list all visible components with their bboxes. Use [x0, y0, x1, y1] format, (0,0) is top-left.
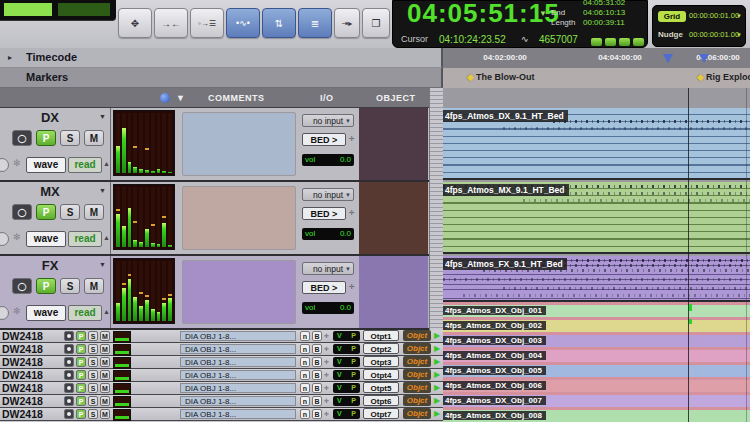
mute-button[interactable]: M: [100, 396, 110, 406]
transport-mini-icon[interactable]: [619, 38, 630, 46]
comments-box[interactable]: [182, 260, 296, 324]
automation-mode-button[interactable]: read: [68, 305, 102, 321]
narrow-button[interactable]: n: [300, 344, 310, 354]
comments-box[interactable]: [182, 186, 296, 250]
plus-icon[interactable]: ✛: [349, 135, 355, 143]
narrow-button[interactable]: n: [300, 409, 310, 419]
record-arm-button[interactable]: ◯: [12, 278, 32, 294]
mute-button[interactable]: M: [100, 331, 110, 341]
bypass-button[interactable]: B: [312, 331, 322, 341]
object-mode-button[interactable]: Objct: [403, 343, 431, 354]
transport-mini-icon[interactable]: [633, 38, 644, 46]
link-icon[interactable]: [160, 93, 170, 103]
record-arm-button[interactable]: [64, 370, 74, 380]
comments-box[interactable]: DIA OBJ 1-8...: [180, 357, 296, 367]
plus-icon[interactable]: ✛: [349, 209, 355, 217]
mute-button[interactable]: M: [84, 204, 104, 220]
solo-button[interactable]: S: [88, 396, 98, 406]
comments-box[interactable]: DIA OBJ 1-8...: [180, 331, 296, 341]
narrow-button[interactable]: n: [300, 370, 310, 380]
narrow-button[interactable]: n: [300, 383, 310, 393]
clip-mx-bed[interactable]: 4fps_Atmos_MX_9.1_HT_Bed: [443, 182, 750, 254]
link-timeline-edit-button[interactable]: ❐: [362, 8, 390, 38]
object-mode-button[interactable]: Objct: [403, 369, 431, 380]
marker-item[interactable]: ◆The Blow-Out: [467, 72, 534, 82]
record-arm-button[interactable]: [64, 409, 74, 419]
volume-display[interactable]: vol0.0: [302, 302, 354, 314]
vol-pan-display[interactable]: VP: [333, 370, 360, 380]
bypass-button[interactable]: B: [312, 409, 322, 419]
trim-converge-button[interactable]: →←: [154, 8, 188, 38]
track-name[interactable]: DW2418: [2, 369, 43, 381]
nudge-value[interactable]: 00:00:00:01.00: [689, 30, 739, 39]
playhead-icon[interactable]: [699, 54, 709, 63]
volume-display[interactable]: vol0.0: [302, 228, 354, 240]
vol-pan-display[interactable]: VP: [333, 357, 360, 367]
input-monitor-button[interactable]: P: [36, 278, 56, 294]
object-mode-button[interactable]: Objct: [403, 395, 431, 406]
bypass-button[interactable]: B: [312, 383, 322, 393]
input-monitor-button[interactable]: P: [76, 409, 86, 419]
mute-button[interactable]: M: [100, 357, 110, 367]
chevron-down-icon[interactable]: ▼: [99, 187, 106, 194]
output-selector[interactable]: Otpt7: [363, 408, 399, 419]
mute-button[interactable]: M: [84, 130, 104, 146]
grid-dropdown-icon[interactable]: ▼: [736, 13, 742, 19]
track-name[interactable]: DW2418: [2, 395, 43, 407]
tab-to-transients-button[interactable]: •∿•: [226, 8, 260, 38]
track-name[interactable]: DW2418: [2, 356, 43, 368]
track-option-button[interactable]: [0, 158, 9, 172]
input-monitor-button[interactable]: P: [76, 357, 86, 367]
input-monitor-button[interactable]: P: [76, 370, 86, 380]
plus-icon[interactable]: ✛: [324, 332, 329, 339]
object-cell[interactable]: [359, 108, 428, 180]
input-monitor-button[interactable]: P: [76, 396, 86, 406]
comments-box[interactable]: DIA OBJ 1-8...: [180, 383, 296, 393]
solo-button[interactable]: S: [88, 370, 98, 380]
track-name[interactable]: DW2418: [2, 382, 43, 394]
narrow-button[interactable]: n: [300, 331, 310, 341]
narrow-button[interactable]: n: [300, 357, 310, 367]
output-selector[interactable]: Otpt6: [363, 395, 399, 406]
bypass-button[interactable]: B: [312, 396, 322, 406]
mute-button[interactable]: M: [100, 409, 110, 419]
chevron-down-icon[interactable]: ▼: [99, 261, 106, 268]
bypass-button[interactable]: B: [312, 357, 322, 367]
track-scroll-strip[interactable]: [429, 88, 443, 330]
record-arm-button[interactable]: [64, 344, 74, 354]
vol-pan-display[interactable]: VP: [333, 331, 360, 341]
clip-object-row[interactable]: 4fps_Atmos_DX_Obj_004: [443, 347, 750, 362]
vol-pan-display[interactable]: VP: [333, 409, 360, 419]
chevron-down-icon[interactable]: ▼: [99, 113, 106, 120]
track-view-button[interactable]: wave: [26, 157, 66, 173]
track-name[interactable]: DX: [0, 110, 100, 125]
output-selector[interactable]: BED >: [302, 133, 346, 146]
timeline-selection-start-icon[interactable]: [663, 54, 673, 63]
plus-icon[interactable]: ✛: [324, 358, 329, 365]
insertion-follows-playback-button[interactable]: ◦→☰: [190, 8, 224, 38]
mute-button[interactable]: M: [100, 344, 110, 354]
mute-button[interactable]: M: [84, 278, 104, 294]
object-cell[interactable]: [359, 256, 428, 328]
vol-pan-display[interactable]: VP: [333, 396, 360, 406]
track-name[interactable]: MX: [0, 184, 100, 199]
vol-pan-display[interactable]: VP: [333, 344, 360, 354]
clip-object-row[interactable]: 4fps_Atmos_DX_Obj_003: [443, 332, 750, 347]
freeze-icon[interactable]: ✻: [13, 306, 21, 316]
input-selector[interactable]: no input▼: [302, 262, 354, 275]
object-mode-button[interactable]: Objct: [403, 330, 431, 341]
record-arm-button[interactable]: [64, 357, 74, 367]
solo-button[interactable]: S: [60, 204, 80, 220]
input-monitor-button[interactable]: P: [36, 130, 56, 146]
vol-pan-display[interactable]: VP: [333, 383, 360, 393]
output-selector[interactable]: Otpt4: [363, 369, 399, 380]
clip-object-row[interactable]: 4fps_Atmos_DX_Obj_008: [443, 407, 750, 422]
timecode-ruler-lane[interactable]: 04:02:00:00 04:04:00:00 04:06:00:00: [443, 48, 750, 69]
automation-mode-button[interactable]: read: [68, 157, 102, 173]
mirrored-editing-button[interactable]: ⇅: [262, 8, 296, 38]
track-name[interactable]: FX: [0, 258, 100, 273]
insertion-marker-button[interactable]: ⇥▸: [334, 8, 360, 38]
solo-button[interactable]: S: [60, 278, 80, 294]
object-mode-button[interactable]: Objct: [403, 356, 431, 367]
input-monitor-button[interactable]: P: [36, 204, 56, 220]
